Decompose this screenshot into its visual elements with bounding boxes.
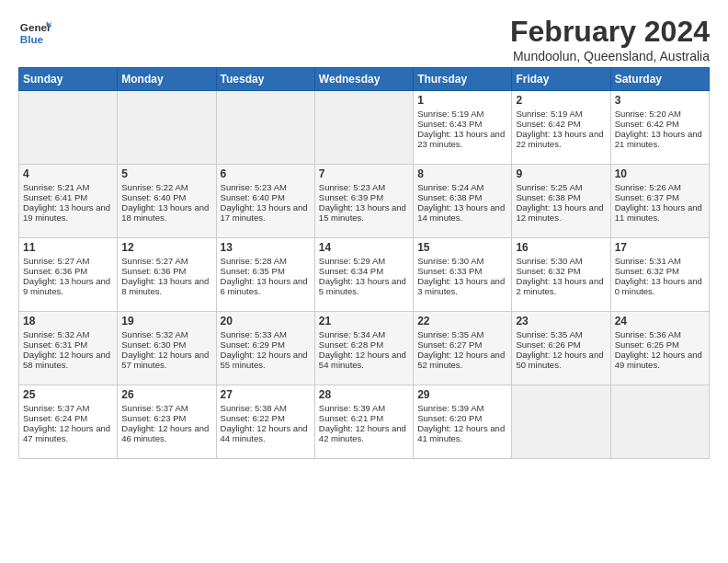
daylight-label: Daylight: 12 hours and 46 minutes. <box>121 423 211 443</box>
weekday-header-saturday: Saturday <box>610 68 709 91</box>
day-number: 11 <box>23 241 113 254</box>
daylight-label: Daylight: 13 hours and 22 minutes. <box>516 129 606 149</box>
sunset-text: Sunset: 6:35 PM <box>221 266 311 276</box>
header: General Blue February 2024 Mundoolun, Qu… <box>18 15 710 63</box>
day-number: 5 <box>121 167 211 180</box>
sunset-text: Sunset: 6:36 PM <box>121 266 211 276</box>
sunset-text: Sunset: 6:31 PM <box>23 339 113 350</box>
daylight-label: Daylight: 13 hours and 11 minutes. <box>615 202 705 223</box>
calendar-cell <box>19 91 118 165</box>
sunset-text: Sunset: 6:25 PM <box>615 339 705 350</box>
daylight-label: Daylight: 12 hours and 55 minutes. <box>221 350 311 370</box>
day-number: 25 <box>23 388 113 401</box>
day-number: 28 <box>319 388 409 401</box>
day-number: 4 <box>23 167 113 180</box>
sunrise-text: Sunrise: 5:21 AM <box>23 182 113 192</box>
day-number: 14 <box>319 241 409 254</box>
sunrise-text: Sunrise: 5:23 AM <box>221 182 311 192</box>
week-row-1: 1Sunrise: 5:19 AMSunset: 6:43 PMDaylight… <box>19 91 710 165</box>
sunrise-text: Sunrise: 5:35 AM <box>417 329 507 339</box>
daylight-label: Daylight: 13 hours and 3 minutes. <box>417 276 507 296</box>
daylight-label: Daylight: 13 hours and 12 minutes. <box>516 202 606 223</box>
calendar-cell: 3Sunrise: 5:20 AMSunset: 6:42 PMDaylight… <box>610 91 709 165</box>
day-number: 15 <box>417 241 507 254</box>
day-number: 20 <box>221 315 311 327</box>
daylight-label: Daylight: 12 hours and 50 minutes. <box>516 350 606 370</box>
day-number: 13 <box>221 241 311 254</box>
day-number: 8 <box>417 167 507 180</box>
daylight-label: Daylight: 13 hours and 23 minutes. <box>417 129 507 149</box>
sunrise-text: Sunrise: 5:25 AM <box>516 182 606 192</box>
calendar-cell: 28Sunrise: 5:39 AMSunset: 6:21 PMDayligh… <box>314 385 413 459</box>
logo: General Blue <box>18 15 51 48</box>
sunrise-text: Sunrise: 5:35 AM <box>516 329 606 339</box>
calendar-cell: 14Sunrise: 5:29 AMSunset: 6:34 PMDayligh… <box>314 238 413 312</box>
daylight-label: Daylight: 13 hours and 8 minutes. <box>121 276 211 296</box>
sunset-text: Sunset: 6:21 PM <box>319 413 409 423</box>
daylight-label: Daylight: 13 hours and 6 minutes. <box>221 276 311 296</box>
daylight-label: Daylight: 12 hours and 52 minutes. <box>417 350 507 370</box>
sunset-text: Sunset: 6:32 PM <box>615 266 705 276</box>
sunrise-text: Sunrise: 5:39 AM <box>319 403 409 413</box>
daylight-label: Daylight: 13 hours and 0 minutes. <box>615 276 705 296</box>
daylight-label: Daylight: 13 hours and 15 minutes. <box>319 202 409 223</box>
sunrise-text: Sunrise: 5:39 AM <box>417 403 507 413</box>
calendar-cell: 13Sunrise: 5:28 AMSunset: 6:35 PMDayligh… <box>216 238 314 312</box>
day-number: 1 <box>417 94 507 107</box>
sunrise-text: Sunrise: 5:27 AM <box>23 256 113 266</box>
calendar-cell: 16Sunrise: 5:30 AMSunset: 6:32 PMDayligh… <box>512 238 610 312</box>
sunrise-text: Sunrise: 5:23 AM <box>319 182 409 192</box>
day-number: 7 <box>319 167 409 180</box>
sunrise-text: Sunrise: 5:28 AM <box>221 256 311 266</box>
weekday-header-sunday: Sunday <box>19 68 118 91</box>
weekday-header-thursday: Thursday <box>414 68 512 91</box>
sunset-text: Sunset: 6:29 PM <box>221 339 311 350</box>
daylight-label: Daylight: 13 hours and 5 minutes. <box>319 276 409 296</box>
calendar-cell: 6Sunrise: 5:23 AMSunset: 6:40 PMDaylight… <box>216 165 314 238</box>
day-number: 27 <box>221 388 311 401</box>
day-number: 18 <box>23 315 113 327</box>
calendar-cell: 10Sunrise: 5:26 AMSunset: 6:37 PMDayligh… <box>610 165 709 238</box>
daylight-label: Daylight: 12 hours and 49 minutes. <box>615 350 705 370</box>
week-row-5: 25Sunrise: 5:37 AMSunset: 6:24 PMDayligh… <box>19 385 710 459</box>
sunset-text: Sunset: 6:20 PM <box>417 413 507 423</box>
sunrise-text: Sunrise: 5:26 AM <box>615 182 705 192</box>
calendar-cell: 7Sunrise: 5:23 AMSunset: 6:39 PMDaylight… <box>314 165 413 238</box>
daylight-label: Daylight: 13 hours and 17 minutes. <box>221 202 311 223</box>
sunrise-text: Sunrise: 5:29 AM <box>319 256 409 266</box>
calendar-cell: 9Sunrise: 5:25 AMSunset: 6:38 PMDaylight… <box>512 165 610 238</box>
calendar-cell: 20Sunrise: 5:33 AMSunset: 6:29 PMDayligh… <box>216 312 314 385</box>
sunrise-text: Sunrise: 5:19 AM <box>417 109 507 119</box>
daylight-label: Daylight: 13 hours and 9 minutes. <box>23 276 113 296</box>
month-title: February 2024 <box>510 15 710 49</box>
calendar-cell: 24Sunrise: 5:36 AMSunset: 6:25 PMDayligh… <box>610 312 709 385</box>
calendar-cell: 23Sunrise: 5:35 AMSunset: 6:26 PMDayligh… <box>512 312 610 385</box>
weekday-header-tuesday: Tuesday <box>216 68 314 91</box>
calendar-cell <box>610 385 709 459</box>
day-number: 24 <box>615 315 705 327</box>
sunset-text: Sunset: 6:42 PM <box>615 119 705 129</box>
daylight-label: Daylight: 12 hours and 47 minutes. <box>23 423 113 443</box>
sunrise-text: Sunrise: 5:33 AM <box>221 329 311 339</box>
day-number: 23 <box>516 315 606 327</box>
sunrise-text: Sunrise: 5:34 AM <box>319 329 409 339</box>
sunset-text: Sunset: 6:43 PM <box>417 119 507 129</box>
sunset-text: Sunset: 6:36 PM <box>23 266 113 276</box>
sunset-text: Sunset: 6:23 PM <box>121 413 211 423</box>
weekday-header-wednesday: Wednesday <box>314 68 413 91</box>
sunrise-text: Sunrise: 5:22 AM <box>121 182 211 192</box>
sunset-text: Sunset: 6:26 PM <box>516 339 606 350</box>
sunrise-text: Sunrise: 5:36 AM <box>615 329 705 339</box>
sunset-text: Sunset: 6:34 PM <box>319 266 409 276</box>
calendar-cell: 19Sunrise: 5:32 AMSunset: 6:30 PMDayligh… <box>118 312 216 385</box>
page-container: General Blue February 2024 Mundoolun, Qu… <box>0 0 728 468</box>
daylight-label: Daylight: 12 hours and 57 minutes. <box>121 350 211 370</box>
sunrise-text: Sunrise: 5:20 AM <box>615 109 705 119</box>
calendar-cell: 18Sunrise: 5:32 AMSunset: 6:31 PMDayligh… <box>19 312 118 385</box>
logo-icon: General Blue <box>18 15 51 48</box>
day-number: 6 <box>221 167 311 180</box>
weekday-header-monday: Monday <box>118 68 216 91</box>
calendar-cell: 25Sunrise: 5:37 AMSunset: 6:24 PMDayligh… <box>19 385 118 459</box>
calendar-cell <box>118 91 216 165</box>
day-number: 26 <box>121 388 211 401</box>
